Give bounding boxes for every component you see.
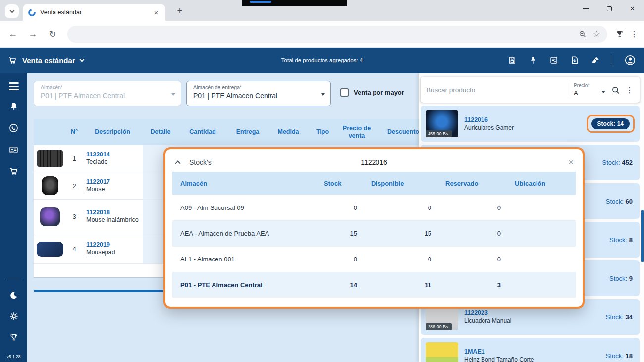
stock-row: P01 - PTE Almacen Central 14 11 3 [172, 272, 576, 298]
product-search-input[interactable] [427, 86, 562, 94]
support-call-button[interactable] [8, 123, 19, 133]
product-card[interactable]: 1MAE1 Heinz Bond Tamaño Corte Stock: 18 [421, 338, 640, 362]
product-code: 1122023 [464, 310, 511, 316]
sales-cart-button[interactable] [9, 166, 19, 176]
search-menu-kebab-icon[interactable]: ⋮ [626, 85, 634, 95]
account-button[interactable] [624, 54, 636, 66]
product-thumbnail [42, 176, 58, 195]
contacts-card-button[interactable] [8, 145, 19, 155]
product-code: 1MAE1 [464, 348, 534, 355]
col-header-almacen: Almacén [172, 178, 321, 189]
back-button[interactable]: ← [6, 29, 20, 39]
screen: Venta estándar × + × ← → ↻ ☆ ⋮ Ve [0, 0, 644, 362]
window-close-button[interactable]: × [621, 0, 644, 18]
stock-badge[interactable]: Stock: 14 [591, 118, 630, 129]
address-input[interactable] [74, 30, 572, 38]
product-image [426, 342, 458, 362]
collapse-button[interactable] [172, 157, 183, 168]
settings-button[interactable] [9, 311, 19, 321]
product-name: Teclado [86, 158, 107, 166]
stock-row: AEA - Almacen de Prueba AEA 15 15 0 [172, 220, 576, 246]
pin-button[interactable] [529, 56, 537, 65]
reserved-value: 0 [442, 202, 512, 213]
stock-modal-product-code: 1122016 [361, 158, 387, 166]
menu-button[interactable] [9, 82, 19, 90]
product-name: Mousepad [86, 249, 115, 257]
chevron-down-icon [79, 57, 84, 62]
header-divider [612, 55, 612, 66]
warehouse-label: Almacén* [41, 84, 166, 90]
clear-button[interactable] [591, 56, 600, 65]
reserved-value: 0 [442, 254, 512, 265]
col-header-cantidad: Cantidad [178, 119, 227, 145]
stock-text: Stock: 9 [609, 275, 635, 282]
zoom-out-icon[interactable] [578, 30, 587, 38]
bookmark-star-icon[interactable]: ☆ [593, 29, 600, 39]
col-header-precio: Precio de venta [337, 119, 376, 145]
product-list-scrollbar[interactable] [641, 210, 644, 262]
col-header-disponible: Disponible [368, 178, 442, 189]
stock-value: 14 [321, 279, 368, 291]
pin-icon [529, 56, 537, 65]
browser-toolbar: ← → ↻ ☆ ⋮ [0, 21, 644, 48]
row-number: 1 [66, 145, 82, 172]
restore-button[interactable] [597, 0, 621, 18]
warehouse-name: AEA - Almacen de Prueba AEA [172, 228, 321, 239]
search-icon [611, 85, 620, 95]
stock-value: 0 [321, 254, 368, 265]
tab-search-button[interactable] [5, 4, 19, 18]
price-type-select[interactable]: Precio* A [574, 83, 605, 97]
stock-table: Almacén Stock Disponible Reservado Ubica… [172, 172, 576, 298]
tab-close-icon[interactable]: × [152, 8, 161, 17]
save-icon [508, 56, 517, 65]
dark-mode-button[interactable] [9, 291, 18, 300]
stock-table-header: Almacén Stock Disponible Reservado Ubica… [172, 172, 576, 195]
product-card[interactable]: 455.00 Bs. 1122016 Auriculares Gamer Sto… [421, 106, 640, 142]
left-sidebar: v5.1.28 [0, 73, 27, 362]
warehouse-select[interactable]: Almacén* P01 | PTE Almacen Central [34, 81, 181, 106]
price-badge: 286.00 Bs. [426, 323, 452, 330]
extension-trophy-icon[interactable] [615, 30, 624, 39]
row-number: 3 [66, 200, 82, 234]
available-value: 0 [368, 254, 442, 265]
product-name: Heinz Bond Tamaño Corte [464, 356, 534, 362]
forward-button[interactable]: → [26, 29, 40, 39]
chevron-down-icon [9, 8, 14, 13]
browser-menu-kebab-icon[interactable]: ⋮ [630, 29, 638, 39]
price-badge: 455.00 Bs. [426, 130, 452, 137]
sale-mode-dropdown[interactable]: Venta estándar [8, 56, 84, 65]
col-header-n: N° [66, 119, 82, 145]
address-bar[interactable]: ☆ [67, 26, 607, 43]
wholesale-checkbox[interactable] [340, 88, 349, 97]
available-value: 0 [368, 202, 442, 213]
col-header-reservado: Reservado [442, 178, 512, 189]
browser-tab[interactable]: Venta estándar × [23, 4, 165, 21]
delivery-warehouse-select[interactable]: Almacén de entrega* P01 | PTE Almacen Ce… [186, 81, 331, 106]
new-tab-button[interactable]: + [173, 4, 186, 17]
minimize-button[interactable] [574, 0, 597, 18]
rewards-button[interactable] [9, 333, 19, 343]
stock-value: 0 [321, 202, 368, 213]
trophy-icon [9, 333, 19, 343]
app-header: Venta estándar Total de productos agrega… [0, 48, 644, 73]
notifications-button[interactable] [9, 102, 19, 111]
product-code: 1122017 [86, 178, 110, 185]
col-header-ubicacion: Ubicación [512, 178, 576, 189]
product-name: Licuadora Manual [464, 317, 511, 324]
location-value [512, 232, 576, 236]
download-document-button[interactable] [570, 56, 579, 65]
save-button[interactable] [508, 56, 517, 65]
chevron-down-icon [171, 93, 175, 96]
search-button[interactable] [611, 85, 620, 95]
price-value: A [574, 89, 598, 97]
delivery-warehouse-value: P01 | PTE Almacen Central [193, 92, 316, 100]
search-divider [568, 81, 568, 98]
modal-close-icon[interactable]: × [566, 157, 576, 168]
col-header-stock: Stock [321, 178, 368, 189]
reload-button[interactable]: ↻ [46, 29, 59, 40]
order-list-button[interactable] [549, 56, 558, 65]
warehouse-name: AL1 - Almacen 001 [172, 254, 321, 265]
product-image: 455.00 Bs. [426, 110, 458, 137]
stock-text: Stock: 60 [606, 198, 635, 205]
app-favicon [28, 8, 36, 17]
